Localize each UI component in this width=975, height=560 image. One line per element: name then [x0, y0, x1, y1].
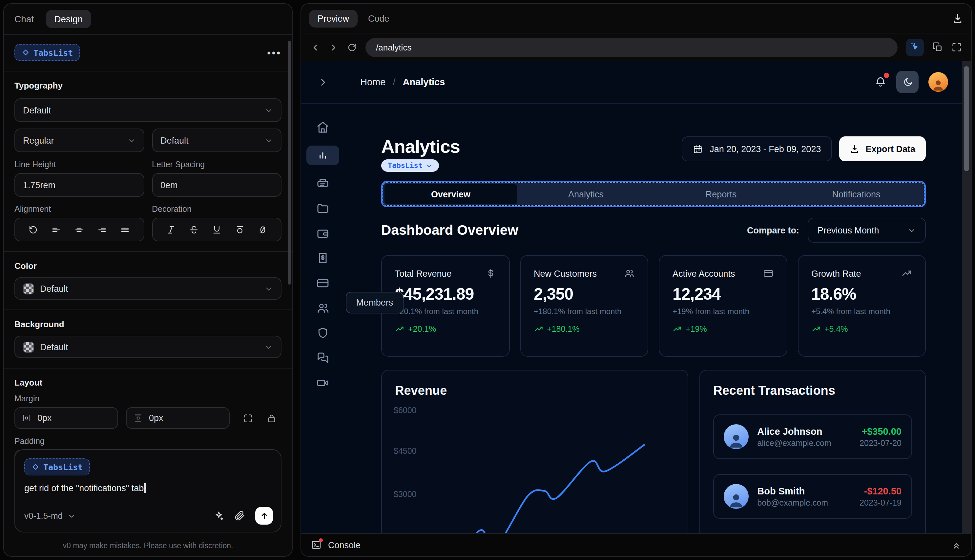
- margin-horizontal-icon: [22, 413, 32, 423]
- prompt-composer[interactable]: TabsList get rid of the "notifications" …: [15, 449, 282, 532]
- compare-select[interactable]: Previous Month: [808, 218, 926, 243]
- trending-up-icon: [673, 325, 682, 334]
- folder-icon[interactable]: [316, 202, 329, 215]
- breadcrumb-home[interactable]: Home: [360, 77, 386, 87]
- chevrons-up-icon[interactable]: [952, 540, 961, 550]
- download-button[interactable]: [952, 13, 963, 24]
- tab-reports[interactable]: Reports: [653, 183, 789, 205]
- moon-icon: [902, 77, 913, 88]
- sidebar-toggle-button[interactable]: [317, 77, 329, 88]
- strikethrough-icon[interactable]: [189, 225, 199, 235]
- font-size-select[interactable]: Default: [152, 128, 282, 152]
- transaction-row[interactable]: Alice Johnson alice@example.com +$350.00…: [713, 415, 912, 459]
- no-decoration-icon[interactable]: [258, 225, 268, 235]
- export-data-button[interactable]: Export Data: [839, 137, 926, 161]
- underline-icon[interactable]: [212, 225, 222, 235]
- paperclip-icon[interactable]: [234, 510, 245, 521]
- align-center-icon[interactable]: [74, 225, 84, 235]
- back-button[interactable]: [311, 42, 320, 52]
- divider: [4, 251, 292, 252]
- align-left-icon[interactable]: [51, 225, 61, 235]
- tab-preview[interactable]: Preview: [309, 10, 357, 27]
- tab-overview[interactable]: Overview: [384, 184, 517, 204]
- section-title: Dashboard Overview: [381, 222, 518, 238]
- receipt-icon[interactable]: [316, 252, 329, 265]
- left-panel-scrollbar[interactable]: [288, 41, 290, 285]
- design-mode-cursor-button[interactable]: [906, 38, 924, 56]
- tab-notifications[interactable]: Notifications: [789, 183, 924, 205]
- background-select[interactable]: Default: [15, 336, 282, 358]
- video-icon[interactable]: [316, 377, 329, 390]
- italic-icon[interactable]: [166, 225, 175, 235]
- font-family-select[interactable]: Default: [15, 98, 282, 122]
- layout-section-label: Layout: [15, 378, 282, 388]
- alignment-toolbar: [15, 218, 144, 241]
- terminal-icon: [311, 540, 322, 550]
- stat-card-new-customers: New Customers 2,350 +180.1% from last mo…: [520, 255, 648, 357]
- transaction-row[interactable]: Bob Smith bob@example.com -$120.50 2023-…: [713, 474, 912, 519]
- chevron-down-icon: [264, 343, 273, 351]
- fullscreen-button[interactable]: [952, 42, 962, 52]
- lock-values-button[interactable]: [266, 413, 277, 423]
- overline-icon[interactable]: [235, 225, 245, 235]
- bell-icon: [875, 76, 887, 88]
- reset-undo-icon[interactable]: [28, 225, 38, 235]
- tab-chat[interactable]: Chat: [15, 14, 34, 24]
- preview-scrollbar[interactable]: [962, 61, 971, 533]
- notifications-bell-button[interactable]: [875, 76, 887, 88]
- console-bar[interactable]: Console: [301, 533, 971, 556]
- home-icon[interactable]: [316, 121, 329, 134]
- line-height-input[interactable]: 1.75rem: [15, 173, 144, 197]
- user-avatar[interactable]: [928, 72, 948, 92]
- font-weight-select[interactable]: Regular: [15, 128, 144, 152]
- diamond-icon: [22, 48, 30, 57]
- margin-y-input[interactable]: 0px: [126, 407, 230, 429]
- model-select[interactable]: v0-1.5-md: [24, 511, 75, 521]
- selected-component-badge[interactable]: TabsList: [381, 159, 439, 172]
- preview-panel: Preview Code /analytics Home / Analytics: [301, 3, 972, 557]
- refresh-button[interactable]: [347, 42, 357, 52]
- align-justify-icon[interactable]: [120, 225, 130, 235]
- composer-component-chip[interactable]: TabsList: [24, 458, 90, 475]
- chevron-down-icon: [264, 284, 273, 293]
- messages-icon[interactable]: [316, 352, 329, 365]
- credit-card-icon: [763, 268, 773, 279]
- credit-card-icon[interactable]: [316, 277, 329, 290]
- transactions-list: Alice Johnson alice@example.com +$350.00…: [713, 415, 912, 533]
- background-section-label: Background: [15, 319, 282, 329]
- theme-toggle-button[interactable]: [896, 71, 918, 93]
- chevron-down-icon: [264, 136, 273, 145]
- forward-button[interactable]: [329, 42, 339, 52]
- transaction-date: 2023-07-19: [860, 498, 902, 507]
- prompt-input[interactable]: get rid of the "notifications" tab: [24, 483, 272, 493]
- selected-tabslist-outline: Overview Analytics Reports Notifications: [381, 181, 926, 207]
- scrollbar-thumb[interactable]: [964, 66, 969, 171]
- avatar: [724, 424, 749, 449]
- wallet-icon[interactable]: [316, 227, 329, 240]
- trending-up-icon: [902, 268, 912, 279]
- transaction-date: 2023-07-20: [860, 438, 902, 448]
- sparkles-icon[interactable]: [213, 510, 224, 521]
- color-select[interactable]: Default: [15, 277, 282, 300]
- align-right-icon[interactable]: [97, 225, 107, 235]
- printer-icon[interactable]: [316, 177, 329, 190]
- shield-icon[interactable]: [316, 327, 329, 340]
- trending-up-icon: [395, 325, 404, 334]
- tab-design[interactable]: Design: [46, 10, 91, 28]
- tab-code[interactable]: Code: [368, 13, 389, 23]
- margin-x-input[interactable]: 0px: [15, 407, 118, 429]
- users-icon[interactable]: [316, 302, 329, 315]
- padding-label: Padding: [15, 437, 282, 446]
- more-options-button[interactable]: •••: [267, 47, 282, 58]
- date-range-button[interactable]: Jan 20, 2023 - Feb 09, 2023: [681, 137, 832, 161]
- copy-button[interactable]: [932, 42, 943, 52]
- tab-analytics[interactable]: Analytics: [518, 183, 653, 205]
- chevron-down-icon: [264, 106, 273, 115]
- letter-spacing-input[interactable]: 0em: [152, 173, 282, 197]
- expand-values-button[interactable]: [243, 413, 253, 423]
- sidebar-item-analytics-active[interactable]: [306, 145, 339, 165]
- transparent-swatch-icon: [23, 341, 34, 352]
- send-button[interactable]: [255, 507, 273, 525]
- url-input[interactable]: /analytics: [366, 38, 898, 57]
- selected-component-chip[interactable]: TabsList: [15, 44, 80, 61]
